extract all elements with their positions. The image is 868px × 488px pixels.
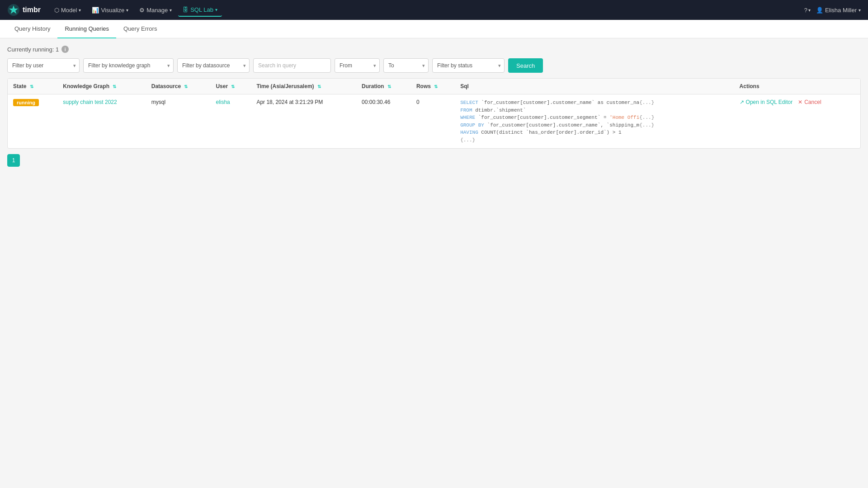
search-button[interactable]: Search xyxy=(508,58,543,73)
filter-to-select[interactable]: To xyxy=(383,58,429,73)
pagination: 1 xyxy=(7,154,861,167)
sort-state-icon: ⇅ xyxy=(30,84,33,89)
filter-knowledge-graph-wrap: Filter by knowledge graph xyxy=(83,58,174,73)
sqllab-icon: 🗄 xyxy=(183,6,189,13)
nav-right: ? ▾ 👤 Elisha Miller ▾ xyxy=(804,7,861,14)
filter-status-wrap: Filter by status xyxy=(432,58,505,73)
sort-time-icon: ⇅ xyxy=(317,84,321,89)
state-badge: running xyxy=(13,99,39,106)
filter-user-select[interactable]: Filter by user xyxy=(7,58,80,73)
main-content: Currently running: 1 i Filter by user Fi… xyxy=(0,38,868,486)
running-header: Currently running: 1 i xyxy=(7,46,861,53)
cell-time: Apr 18, 2024 at 3:21:29 PM xyxy=(251,94,356,149)
col-datasource[interactable]: Datasource ⇅ xyxy=(146,79,211,94)
help-chevron: ▾ xyxy=(808,8,811,13)
cell-rows: 0 xyxy=(411,94,455,149)
col-actions: Actions xyxy=(734,79,860,94)
tab-query-history[interactable]: Query History xyxy=(7,20,57,38)
open-editor-icon: ↗ xyxy=(740,99,744,105)
col-sql: Sql xyxy=(455,79,734,94)
knowledge-graph-link[interactable]: supply chain test 2022 xyxy=(63,99,117,105)
user-link[interactable]: elisha xyxy=(216,99,230,105)
queries-table: State ⇅ Knowledge Graph ⇅ Datasource ⇅ U… xyxy=(8,79,860,148)
currently-running-label: Currently running: 1 xyxy=(7,46,59,53)
filters-row: Filter by user Filter by knowledge graph… xyxy=(7,58,861,73)
col-time[interactable]: Time (Asia/Jerusalem) ⇅ xyxy=(251,79,356,94)
manage-chevron: ▾ xyxy=(170,8,172,13)
col-duration[interactable]: Duration ⇅ xyxy=(356,79,411,94)
page-1-button[interactable]: 1 xyxy=(7,154,20,167)
nav-item-sqllab[interactable]: 🗄 SQL Lab ▾ xyxy=(178,4,222,17)
nav-item-manage[interactable]: ⚙ Manage ▾ xyxy=(135,4,176,16)
info-icon[interactable]: i xyxy=(61,46,69,53)
filter-status-select[interactable]: Filter by status xyxy=(432,58,505,73)
help-icon: ? xyxy=(804,7,807,14)
open-in-sql-editor-button[interactable]: ↗ Open in SQL Editor xyxy=(740,99,793,105)
visualize-chevron: ▾ xyxy=(126,8,128,13)
user-icon: 👤 xyxy=(816,7,823,14)
app-logo[interactable]: timbr xyxy=(7,4,41,16)
cell-sql: SELECT `for_customer[customer].customer_… xyxy=(455,94,734,149)
sort-user-icon: ⇅ xyxy=(231,84,235,89)
filter-user-wrap: Filter by user xyxy=(7,58,80,73)
table-header-row: State ⇅ Knowledge Graph ⇅ Datasource ⇅ U… xyxy=(8,79,860,94)
col-user[interactable]: User ⇅ xyxy=(210,79,251,94)
queries-table-wrap: State ⇅ Knowledge Graph ⇅ Datasource ⇅ U… xyxy=(7,78,861,149)
cancel-query-button[interactable]: ✕ Cancel xyxy=(798,99,821,105)
logo-text: timbr xyxy=(23,6,41,14)
cell-duration: 00:00:30.46 xyxy=(356,94,411,149)
visualize-icon: 📊 xyxy=(92,7,99,14)
sql-code-block: SELECT `for_customer[customer].customer_… xyxy=(460,99,728,144)
nav-item-visualize[interactable]: 📊 Visualize ▾ xyxy=(87,4,133,16)
filter-from-select[interactable]: From xyxy=(335,58,380,73)
filter-datasource-select[interactable]: Filter by datasource xyxy=(177,58,250,73)
tab-bar: Query History Running Queries Query Erro… xyxy=(0,20,868,38)
tab-query-errors[interactable]: Query Errors xyxy=(116,20,164,38)
nav-menu: ⬡ Model ▾ 📊 Visualize ▾ ⚙ Manage ▾ 🗄 SQL… xyxy=(50,4,801,17)
sort-rows-icon: ⇅ xyxy=(434,84,438,89)
filter-from-wrap: From xyxy=(335,58,380,73)
filter-knowledge-graph-select[interactable]: Filter by knowledge graph xyxy=(83,58,174,73)
filter-to-wrap: To xyxy=(383,58,429,73)
model-chevron: ▾ xyxy=(79,8,81,13)
cell-knowledge-graph: supply chain test 2022 xyxy=(57,94,146,149)
cancel-icon: ✕ xyxy=(798,99,802,105)
nav-item-model[interactable]: ⬡ Model ▾ xyxy=(50,4,85,16)
cell-actions: ↗ Open in SQL Editor ✕ Cancel xyxy=(734,94,860,149)
search-query-input[interactable] xyxy=(253,58,331,73)
user-chevron: ▾ xyxy=(859,8,861,13)
actions-container: ↗ Open in SQL Editor ✕ Cancel xyxy=(740,99,855,105)
tab-running-queries[interactable]: Running Queries xyxy=(57,20,116,38)
col-rows[interactable]: Rows ⇅ xyxy=(411,79,455,94)
sort-datasource-icon: ⇅ xyxy=(184,84,188,89)
help-button[interactable]: ? ▾ xyxy=(804,7,811,14)
col-knowledge-graph[interactable]: Knowledge Graph ⇅ xyxy=(57,79,146,94)
sort-duration-icon: ⇅ xyxy=(387,84,391,89)
model-icon: ⬡ xyxy=(54,7,59,14)
manage-icon: ⚙ xyxy=(139,7,145,14)
table-row: running supply chain test 2022 mysql eli… xyxy=(8,94,860,149)
logo-icon xyxy=(7,4,20,16)
col-state[interactable]: State ⇅ xyxy=(8,79,57,94)
sort-knowledge-graph-icon: ⇅ xyxy=(113,84,116,89)
cell-datasource: mysql xyxy=(146,94,211,149)
user-menu[interactable]: 👤 Elisha Miller ▾ xyxy=(816,7,861,14)
cell-state: running xyxy=(8,94,57,149)
cell-user: elisha xyxy=(210,94,251,149)
filter-datasource-wrap: Filter by datasource xyxy=(177,58,250,73)
top-navigation: timbr ⬡ Model ▾ 📊 Visualize ▾ ⚙ Manage ▾… xyxy=(0,0,868,20)
sqllab-chevron: ▾ xyxy=(215,7,217,12)
